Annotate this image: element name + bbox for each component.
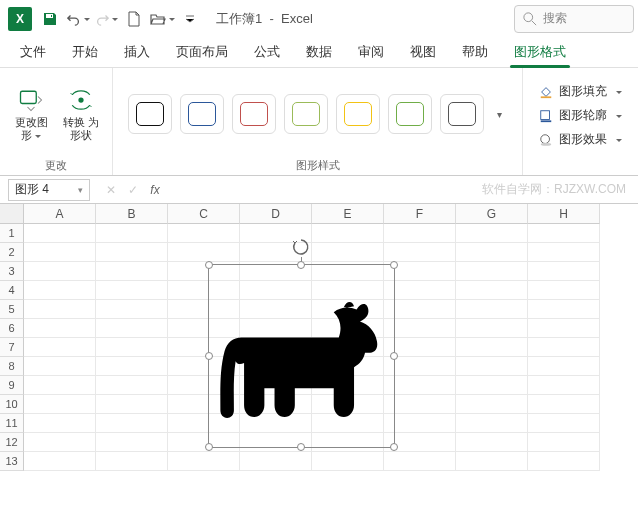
- selected-shape[interactable]: [208, 264, 395, 448]
- resize-handle-tr[interactable]: [390, 261, 398, 269]
- shape-fill-button[interactable]: 图形填充: [535, 81, 626, 102]
- cell-F6[interactable]: [384, 319, 456, 338]
- shape-style-3[interactable]: [284, 94, 328, 134]
- cell-A12[interactable]: [24, 433, 96, 452]
- shape-style-2[interactable]: [232, 94, 276, 134]
- row-header-7[interactable]: 7: [0, 338, 24, 357]
- resize-handle-tl[interactable]: [205, 261, 213, 269]
- cell-B9[interactable]: [96, 376, 168, 395]
- cell-H4[interactable]: [528, 281, 600, 300]
- cell-F9[interactable]: [384, 376, 456, 395]
- cell-G5[interactable]: [456, 300, 528, 319]
- col-header-H[interactable]: H: [528, 204, 600, 224]
- cell-F11[interactable]: [384, 414, 456, 433]
- cell-G12[interactable]: [456, 433, 528, 452]
- cell-H1[interactable]: [528, 224, 600, 243]
- row-header-3[interactable]: 3: [0, 262, 24, 281]
- row-header-11[interactable]: 11: [0, 414, 24, 433]
- cell-G8[interactable]: [456, 357, 528, 376]
- shape-style-4[interactable]: [336, 94, 380, 134]
- cell-H10[interactable]: [528, 395, 600, 414]
- style-gallery-more[interactable]: ▾: [492, 94, 508, 134]
- cell-H12[interactable]: [528, 433, 600, 452]
- cell-E2[interactable]: [312, 243, 384, 262]
- convert-to-shape-button[interactable]: 转换 为形状: [58, 82, 104, 146]
- cell-G3[interactable]: [456, 262, 528, 281]
- col-header-B[interactable]: B: [96, 204, 168, 224]
- col-header-A[interactable]: A: [24, 204, 96, 224]
- cell-H13[interactable]: [528, 452, 600, 471]
- cell-H2[interactable]: [528, 243, 600, 262]
- cell-E13[interactable]: [312, 452, 384, 471]
- cell-B1[interactable]: [96, 224, 168, 243]
- shape-style-5[interactable]: [388, 94, 432, 134]
- fb-confirm-button[interactable]: ✓: [122, 179, 144, 201]
- tab-文件[interactable]: 文件: [8, 37, 58, 67]
- redo-button[interactable]: [92, 5, 120, 33]
- name-box[interactable]: 图形 4 ▾: [8, 179, 90, 201]
- shape-style-6[interactable]: [440, 94, 484, 134]
- cell-G4[interactable]: [456, 281, 528, 300]
- cell-F13[interactable]: [384, 452, 456, 471]
- cell-G1[interactable]: [456, 224, 528, 243]
- cell-B12[interactable]: [96, 433, 168, 452]
- tab-开始[interactable]: 开始: [60, 37, 110, 67]
- tab-图形格式[interactable]: 图形格式: [502, 37, 578, 67]
- cell-C2[interactable]: [168, 243, 240, 262]
- cell-G9[interactable]: [456, 376, 528, 395]
- cell-G13[interactable]: [456, 452, 528, 471]
- tab-页面布局[interactable]: 页面布局: [164, 37, 240, 67]
- resize-handle-mr[interactable]: [390, 352, 398, 360]
- cell-A8[interactable]: [24, 357, 96, 376]
- shape-style-0[interactable]: [128, 94, 172, 134]
- col-header-G[interactable]: G: [456, 204, 528, 224]
- cell-B3[interactable]: [96, 262, 168, 281]
- search-input[interactable]: 搜索: [514, 5, 634, 33]
- cell-B6[interactable]: [96, 319, 168, 338]
- cell-H11[interactable]: [528, 414, 600, 433]
- qat-customize-button[interactable]: [176, 5, 204, 33]
- resize-handle-tm[interactable]: [297, 261, 305, 269]
- row-header-8[interactable]: 8: [0, 357, 24, 376]
- tab-审阅[interactable]: 审阅: [346, 37, 396, 67]
- cell-B8[interactable]: [96, 357, 168, 376]
- cell-G7[interactable]: [456, 338, 528, 357]
- cell-D13[interactable]: [240, 452, 312, 471]
- cell-H6[interactable]: [528, 319, 600, 338]
- cell-A13[interactable]: [24, 452, 96, 471]
- cell-A11[interactable]: [24, 414, 96, 433]
- row-header-9[interactable]: 9: [0, 376, 24, 395]
- cell-H7[interactable]: [528, 338, 600, 357]
- cell-A7[interactable]: [24, 338, 96, 357]
- cell-C13[interactable]: [168, 452, 240, 471]
- new-file-button[interactable]: [120, 5, 148, 33]
- cell-B2[interactable]: [96, 243, 168, 262]
- cell-F2[interactable]: [384, 243, 456, 262]
- cell-E1[interactable]: [312, 224, 384, 243]
- row-header-10[interactable]: 10: [0, 395, 24, 414]
- resize-handle-bl[interactable]: [205, 443, 213, 451]
- open-file-button[interactable]: [148, 5, 176, 33]
- row-header-5[interactable]: 5: [0, 300, 24, 319]
- cell-B7[interactable]: [96, 338, 168, 357]
- cell-A2[interactable]: [24, 243, 96, 262]
- row-header-12[interactable]: 12: [0, 433, 24, 452]
- rotate-handle[interactable]: [291, 237, 311, 257]
- cell-B4[interactable]: [96, 281, 168, 300]
- row-header-1[interactable]: 1: [0, 224, 24, 243]
- cell-H3[interactable]: [528, 262, 600, 281]
- cell-A1[interactable]: [24, 224, 96, 243]
- select-all-corner[interactable]: [0, 204, 24, 224]
- row-header-6[interactable]: 6: [0, 319, 24, 338]
- cell-A10[interactable]: [24, 395, 96, 414]
- cell-F4[interactable]: [384, 281, 456, 300]
- cell-G11[interactable]: [456, 414, 528, 433]
- shape-style-1[interactable]: [180, 94, 224, 134]
- spreadsheet-grid[interactable]: ABCDEFGH 12345678910111213: [0, 204, 638, 519]
- cell-H5[interactable]: [528, 300, 600, 319]
- fx-button[interactable]: fx: [144, 179, 166, 201]
- tab-数据[interactable]: 数据: [294, 37, 344, 67]
- cell-C1[interactable]: [168, 224, 240, 243]
- cell-A5[interactable]: [24, 300, 96, 319]
- resize-handle-br[interactable]: [390, 443, 398, 451]
